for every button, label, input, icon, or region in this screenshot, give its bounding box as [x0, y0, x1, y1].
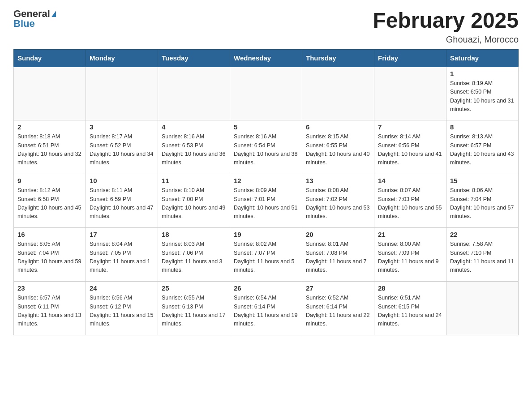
calendar-cell: 8Sunrise: 8:13 AMSunset: 6:57 PMDaylight…: [446, 120, 519, 174]
day-number: 10: [90, 177, 154, 184]
day-number: 20: [306, 231, 370, 238]
logo-blue-text: Blue: [13, 18, 35, 29]
day-number: 24: [90, 284, 154, 292]
week-row-4: 16Sunrise: 8:05 AMSunset: 7:04 PMDayligh…: [14, 228, 519, 282]
calendar-table: SundayMondayTuesdayWednesdayThursdayFrid…: [13, 49, 519, 336]
calendar-cell: 19Sunrise: 8:02 AMSunset: 7:07 PMDayligh…: [230, 228, 302, 282]
day-number: 27: [306, 284, 370, 292]
day-info: Sunrise: 8:14 AMSunset: 6:56 PMDaylight:…: [378, 133, 442, 167]
day-info: Sunrise: 8:07 AMSunset: 7:03 PMDaylight:…: [378, 186, 442, 221]
day-number: 4: [162, 123, 226, 131]
header-day-thursday: Thursday: [302, 49, 374, 67]
title-area: February 2025 Ghouazi, Morocco: [373, 9, 519, 45]
day-info: Sunrise: 7:58 AMSunset: 7:10 PMDaylight:…: [450, 240, 515, 275]
logo-line2: Blue: [13, 19, 35, 29]
day-info: Sunrise: 8:03 AMSunset: 7:06 PMDaylight:…: [162, 240, 226, 275]
day-info: Sunrise: 8:12 AMSunset: 6:58 PMDaylight:…: [17, 186, 82, 221]
calendar-cell: [374, 67, 446, 120]
day-info: Sunrise: 8:16 AMSunset: 6:54 PMDaylight:…: [234, 133, 298, 167]
day-info: Sunrise: 8:16 AMSunset: 6:53 PMDaylight:…: [162, 133, 226, 167]
location-title: Ghouazi, Morocco: [373, 34, 519, 45]
calendar-cell: 22Sunrise: 7:58 AMSunset: 7:10 PMDayligh…: [446, 228, 519, 282]
day-number: 15: [450, 177, 515, 184]
day-info: Sunrise: 8:19 AMSunset: 6:50 PMDaylight:…: [450, 79, 515, 114]
day-number: 3: [90, 123, 154, 131]
calendar-cell: 15Sunrise: 8:06 AMSunset: 7:04 PMDayligh…: [446, 174, 519, 228]
day-number: 16: [17, 231, 82, 238]
logo: General Blue: [13, 9, 56, 29]
day-info: Sunrise: 8:00 AMSunset: 7:09 PMDaylight:…: [378, 240, 442, 275]
day-info: Sunrise: 8:04 AMSunset: 7:05 PMDaylight:…: [90, 240, 154, 275]
day-info: Sunrise: 8:10 AMSunset: 7:00 PMDaylight:…: [162, 186, 226, 221]
day-number: 18: [162, 231, 226, 238]
day-number: 28: [378, 284, 442, 292]
day-number: 19: [234, 231, 298, 238]
calendar-cell: 5Sunrise: 8:16 AMSunset: 6:54 PMDaylight…: [230, 120, 302, 174]
week-row-3: 9Sunrise: 8:12 AMSunset: 6:58 PMDaylight…: [14, 174, 519, 228]
calendar-cell: 1Sunrise: 8:19 AMSunset: 6:50 PMDaylight…: [446, 67, 519, 120]
calendar-cell: 17Sunrise: 8:04 AMSunset: 7:05 PMDayligh…: [86, 228, 158, 282]
day-info: Sunrise: 8:15 AMSunset: 6:55 PMDaylight:…: [306, 133, 370, 167]
calendar-cell: 12Sunrise: 8:09 AMSunset: 7:01 PMDayligh…: [230, 174, 302, 228]
header-day-saturday: Saturday: [446, 49, 519, 67]
calendar-cell: 23Sunrise: 6:57 AMSunset: 6:11 PMDayligh…: [14, 282, 86, 335]
day-info: Sunrise: 8:02 AMSunset: 7:07 PMDaylight:…: [234, 240, 298, 275]
calendar-cell: 20Sunrise: 8:01 AMSunset: 7:08 PMDayligh…: [302, 228, 374, 282]
logo-line1: General: [13, 9, 56, 19]
day-info: Sunrise: 6:57 AMSunset: 6:11 PMDaylight:…: [17, 294, 82, 329]
day-number: 9: [17, 177, 82, 184]
calendar-cell: [86, 67, 158, 120]
header-day-friday: Friday: [374, 49, 446, 67]
day-number: 13: [306, 177, 370, 184]
calendar-cell: 6Sunrise: 8:15 AMSunset: 6:55 PMDaylight…: [302, 120, 374, 174]
day-info: Sunrise: 8:05 AMSunset: 7:04 PMDaylight:…: [17, 240, 82, 275]
calendar-header: SundayMondayTuesdayWednesdayThursdayFrid…: [14, 49, 519, 67]
calendar-cell: 21Sunrise: 8:00 AMSunset: 7:09 PMDayligh…: [374, 228, 446, 282]
day-info: Sunrise: 8:17 AMSunset: 6:52 PMDaylight:…: [90, 133, 154, 167]
day-number: 6: [306, 123, 370, 131]
calendar-cell: 27Sunrise: 6:52 AMSunset: 6:14 PMDayligh…: [302, 282, 374, 335]
calendar-cell: [230, 67, 302, 120]
day-info: Sunrise: 8:08 AMSunset: 7:02 PMDaylight:…: [306, 186, 370, 221]
calendar-cell: 10Sunrise: 8:11 AMSunset: 6:59 PMDayligh…: [86, 174, 158, 228]
day-number: 17: [90, 231, 154, 238]
calendar-cell: 26Sunrise: 6:54 AMSunset: 6:14 PMDayligh…: [230, 282, 302, 335]
day-number: 2: [17, 123, 82, 131]
day-number: 26: [234, 284, 298, 292]
day-number: 11: [162, 177, 226, 184]
calendar-cell: 13Sunrise: 8:08 AMSunset: 7:02 PMDayligh…: [302, 174, 374, 228]
calendar-cell: 9Sunrise: 8:12 AMSunset: 6:58 PMDaylight…: [14, 174, 86, 228]
day-number: 1: [450, 70, 515, 77]
calendar-cell: 14Sunrise: 8:07 AMSunset: 7:03 PMDayligh…: [374, 174, 446, 228]
calendar-cell: [446, 282, 519, 335]
month-title: February 2025: [373, 9, 519, 33]
calendar-cell: 11Sunrise: 8:10 AMSunset: 7:00 PMDayligh…: [158, 174, 230, 228]
day-number: 22: [450, 231, 515, 238]
day-info: Sunrise: 8:13 AMSunset: 6:57 PMDaylight:…: [450, 133, 515, 167]
calendar-body: 1Sunrise: 8:19 AMSunset: 6:50 PMDaylight…: [14, 67, 519, 335]
calendar-cell: 28Sunrise: 6:51 AMSunset: 6:15 PMDayligh…: [374, 282, 446, 335]
logo-triangle-icon: [51, 11, 56, 17]
day-info: Sunrise: 8:01 AMSunset: 7:08 PMDaylight:…: [306, 240, 370, 275]
week-row-2: 2Sunrise: 8:18 AMSunset: 6:51 PMDaylight…: [14, 120, 519, 174]
calendar-cell: 3Sunrise: 8:17 AMSunset: 6:52 PMDaylight…: [86, 120, 158, 174]
calendar-cell: 16Sunrise: 8:05 AMSunset: 7:04 PMDayligh…: [14, 228, 86, 282]
calendar-cell: 18Sunrise: 8:03 AMSunset: 7:06 PMDayligh…: [158, 228, 230, 282]
calendar-cell: 7Sunrise: 8:14 AMSunset: 6:56 PMDaylight…: [374, 120, 446, 174]
day-number: 21: [378, 231, 442, 238]
calendar-cell: 4Sunrise: 8:16 AMSunset: 6:53 PMDaylight…: [158, 120, 230, 174]
day-info: Sunrise: 6:51 AMSunset: 6:15 PMDaylight:…: [378, 294, 442, 329]
day-number: 5: [234, 123, 298, 131]
calendar-cell: 2Sunrise: 8:18 AMSunset: 6:51 PMDaylight…: [14, 120, 86, 174]
day-number: 23: [17, 284, 82, 292]
day-info: Sunrise: 6:52 AMSunset: 6:14 PMDaylight:…: [306, 294, 370, 329]
page-header: General Blue February 2025 Ghouazi, Moro…: [13, 9, 519, 45]
day-number: 12: [234, 177, 298, 184]
calendar-cell: [158, 67, 230, 120]
header-day-wednesday: Wednesday: [230, 49, 302, 67]
day-info: Sunrise: 8:09 AMSunset: 7:01 PMDaylight:…: [234, 186, 298, 221]
day-info: Sunrise: 6:56 AMSunset: 6:12 PMDaylight:…: [90, 294, 154, 329]
day-info: Sunrise: 6:55 AMSunset: 6:13 PMDaylight:…: [162, 294, 226, 329]
day-number: 7: [378, 123, 442, 131]
day-number: 14: [378, 177, 442, 184]
